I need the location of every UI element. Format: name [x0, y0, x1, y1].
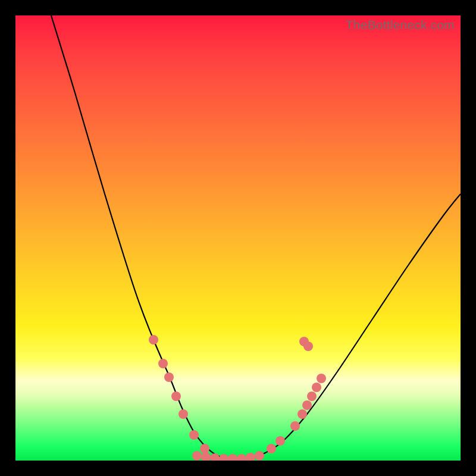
- curve-marker: [303, 342, 313, 351]
- curve-marker: [158, 359, 168, 368]
- curve-marker: [246, 453, 255, 461]
- curve-marker: [255, 451, 264, 461]
- curve-marker: [228, 454, 237, 461]
- bottleneck-curve: [51, 15, 461, 459]
- curve-marker: [219, 454, 228, 461]
- curve-marker: [275, 436, 285, 446]
- curve-marker: [317, 374, 326, 383]
- curve-layer: [15, 15, 461, 461]
- curve-marker: [149, 335, 158, 345]
- curve-marker: [201, 452, 211, 461]
- curve-marker: [298, 409, 307, 419]
- curve-marker: [290, 421, 300, 431]
- curve-marker: [237, 454, 246, 461]
- curve-marker: [171, 392, 181, 401]
- curve-marker: [307, 392, 317, 401]
- curve-marker: [164, 372, 174, 382]
- curve-marker: [192, 451, 202, 461]
- marker-group: [149, 335, 326, 461]
- curve-marker: [200, 444, 209, 453]
- curve-marker: [312, 383, 321, 392]
- curve-marker: [189, 430, 199, 440]
- curve-marker: [210, 453, 220, 461]
- curve-marker: [267, 444, 276, 453]
- plot-area: TheBottleneck.com: [15, 15, 461, 461]
- chart-frame: TheBottleneck.com: [0, 0, 476, 476]
- curve-marker: [178, 409, 188, 419]
- curve-marker: [302, 400, 312, 410]
